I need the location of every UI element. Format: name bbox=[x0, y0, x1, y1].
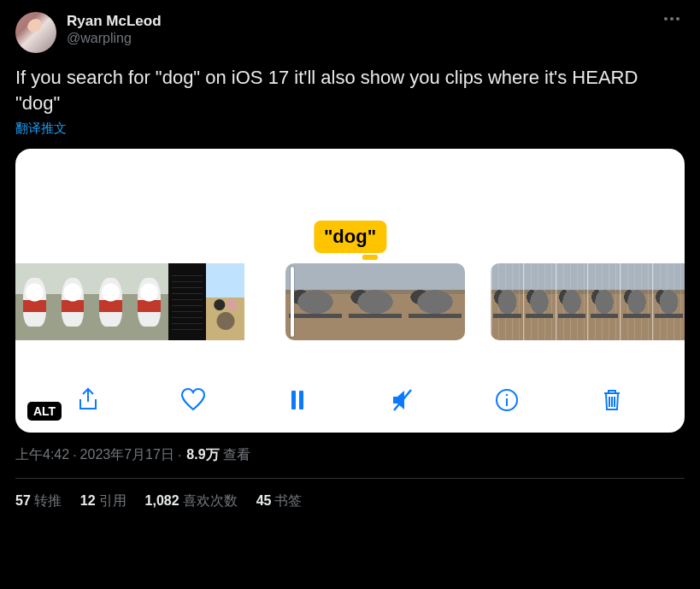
mute-button[interactable] bbox=[385, 383, 420, 417]
bookmarks-stat[interactable]: 45书签 bbox=[256, 492, 303, 510]
pause-icon bbox=[284, 386, 311, 414]
views-label: 查看 bbox=[223, 446, 250, 464]
tweet-container: Ryan McLeod @warpling If you search for … bbox=[0, 0, 700, 510]
separator: · bbox=[73, 448, 76, 463]
video-timeline[interactable] bbox=[15, 263, 685, 340]
media-attachment[interactable]: "dog" bbox=[15, 149, 685, 433]
timeline-frame bbox=[587, 263, 620, 340]
svg-rect-0 bbox=[291, 391, 296, 409]
timeline-frame bbox=[620, 263, 652, 340]
svg-point-4 bbox=[506, 394, 508, 396]
playhead-marker bbox=[362, 255, 378, 260]
engagement-stats: 57转推 12引用 1,082喜欢次数 45书签 bbox=[15, 479, 685, 510]
bookmarks-count: 45 bbox=[256, 493, 272, 508]
svg-rect-1 bbox=[299, 391, 303, 409]
likes-label: 喜欢次数 bbox=[183, 493, 238, 508]
likes-count: 1,082 bbox=[145, 493, 179, 508]
trash-icon bbox=[598, 386, 626, 414]
share-button[interactable] bbox=[71, 383, 105, 417]
clip-group[interactable] bbox=[491, 263, 685, 340]
share-icon bbox=[74, 386, 102, 414]
timeline-frame bbox=[91, 263, 130, 340]
timeline-frame bbox=[130, 263, 168, 340]
retweets-label: 转推 bbox=[34, 493, 62, 508]
info-icon bbox=[493, 386, 521, 414]
timeline-frame bbox=[285, 263, 345, 340]
clip-group-active[interactable] bbox=[285, 263, 465, 340]
avatar[interactable] bbox=[15, 12, 56, 53]
display-name: Ryan McLeod bbox=[67, 12, 162, 30]
timeline-frame bbox=[54, 263, 92, 340]
bookmarks-label: 书签 bbox=[274, 493, 302, 508]
timeline-frame bbox=[523, 263, 556, 340]
tweet-time[interactable]: 上午4:42 bbox=[15, 446, 69, 464]
speaker-muted-icon bbox=[389, 386, 416, 414]
tweet-date[interactable]: 2023年7月17日 bbox=[80, 446, 174, 464]
quotes-count: 12 bbox=[80, 493, 96, 508]
clip-group[interactable] bbox=[15, 263, 244, 340]
tweet-text: If you search for "dog" on iOS 17 it'll … bbox=[15, 65, 685, 115]
search-term-bubble: "dog" bbox=[314, 221, 386, 253]
likes-stat[interactable]: 1,082喜欢次数 bbox=[145, 492, 238, 510]
separator: · bbox=[178, 448, 181, 463]
retweets-count: 57 bbox=[15, 493, 31, 508]
like-button[interactable] bbox=[176, 383, 210, 417]
alt-badge[interactable]: ALT bbox=[27, 402, 62, 421]
more-options-button[interactable] bbox=[659, 12, 685, 26]
timeline-frame bbox=[652, 263, 685, 340]
tweet-header: Ryan McLeod @warpling bbox=[15, 12, 685, 53]
timeline-frame bbox=[491, 263, 523, 340]
media-toolbar bbox=[15, 383, 685, 417]
retweets-stat[interactable]: 57转推 bbox=[15, 492, 62, 510]
timeline-frame bbox=[206, 263, 244, 340]
timeline-frame bbox=[405, 263, 465, 340]
timeline-frame bbox=[556, 263, 588, 340]
delete-button[interactable] bbox=[595, 383, 629, 417]
handle: @warpling bbox=[67, 30, 162, 47]
quotes-label: 引用 bbox=[99, 493, 126, 508]
timeline-frame bbox=[345, 263, 405, 340]
pause-button[interactable] bbox=[280, 383, 315, 417]
author-block[interactable]: Ryan McLeod @warpling bbox=[67, 12, 162, 47]
timeline-frame bbox=[168, 263, 207, 340]
quotes-stat[interactable]: 12引用 bbox=[80, 492, 126, 510]
info-button[interactable] bbox=[490, 383, 524, 417]
timeline-frame bbox=[15, 263, 54, 340]
views-count: 8.9万 bbox=[186, 446, 219, 464]
translate-link[interactable]: 翻译推文 bbox=[15, 121, 67, 137]
heart-icon bbox=[179, 386, 207, 414]
tweet-meta: 上午4:42 · 2023年7月17日 · 8.9万 查看 bbox=[15, 446, 685, 464]
